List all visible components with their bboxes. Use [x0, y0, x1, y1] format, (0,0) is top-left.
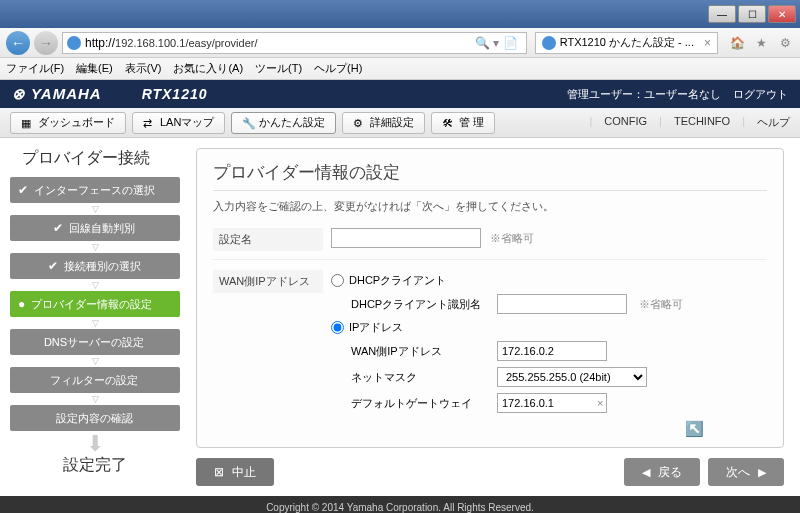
input-wan-ip[interactable]	[497, 341, 607, 361]
window-titlebar: — ☐ ✕	[0, 0, 800, 28]
back-button[interactable]: ←	[6, 31, 30, 55]
hint-optional: ※省略可	[490, 232, 534, 244]
maximize-button[interactable]: ☐	[738, 5, 766, 23]
step-conntype[interactable]: ✔接続種別の選択	[10, 253, 180, 279]
close-button[interactable]: ✕	[768, 5, 796, 23]
link-help[interactable]: ヘルプ	[757, 115, 790, 130]
radio-dhcp[interactable]	[331, 274, 344, 287]
dashboard-icon: ▦	[21, 117, 33, 129]
step-confirm[interactable]: 設定内容の確認	[10, 405, 180, 431]
chevron-down-icon: ▽	[10, 357, 180, 365]
triangle-right-icon: ▶	[758, 466, 766, 479]
step-interface[interactable]: ✔インターフェースの選択	[10, 177, 180, 203]
url-text: 192.168.100.1/easy/provider/	[115, 37, 471, 49]
tool-icon: 🛠	[442, 117, 454, 129]
chevron-down-icon: ▽	[10, 281, 180, 289]
menu-tools[interactable]: ツール(T)	[255, 61, 302, 76]
chevron-down-icon: ▽	[10, 395, 180, 403]
label-wan-ip-addr: WAN側IPアドレス	[351, 344, 491, 359]
input-dhcp-id[interactable]	[497, 294, 627, 314]
arrow-down-icon: ⬇	[10, 435, 180, 453]
globe-icon	[67, 36, 81, 50]
check-icon: ✔	[53, 221, 63, 235]
home-icon[interactable]: 🏠	[728, 34, 746, 52]
clear-icon[interactable]: ×	[597, 397, 603, 409]
app-footer: Copyright © 2014 Yamaha Corporation. All…	[0, 496, 800, 513]
brand-logo: ⊗ YAMAHA	[12, 85, 102, 103]
check-icon: ✔	[48, 259, 58, 273]
label-gateway: デフォルトゲートウェイ	[351, 396, 491, 411]
wrench-icon: 🔧	[242, 117, 254, 129]
step-filter[interactable]: フィルターの設定	[10, 367, 180, 393]
forward-button[interactable]: →	[34, 31, 58, 55]
browser-tab[interactable]: RTX1210 かんたん設定 - ... ×	[535, 32, 718, 54]
panel-heading: プロバイダー情報の設定	[213, 161, 767, 191]
menu-edit[interactable]: 編集(E)	[76, 61, 113, 76]
browser-menubar: ファイル(F) 編集(E) 表示(V) お気に入り(A) ツール(T) ヘルプ(…	[0, 58, 800, 80]
wizard-sidebar: プロバイダー接続 ✔インターフェースの選択 ▽ ✔回線自動判別 ▽ ✔接続種別の…	[0, 138, 190, 496]
select-netmask[interactable]: 255.255.255.0 (24bit)	[497, 367, 647, 387]
back-button-wizard[interactable]: ◀戻る	[624, 458, 700, 486]
tab-easy-setup[interactable]: 🔧かんたん設定	[231, 112, 336, 134]
label-ipaddress-option: IPアドレス	[349, 320, 403, 335]
menu-view[interactable]: 表示(V)	[125, 61, 162, 76]
sidebar-title: プロバイダー接続	[10, 146, 180, 177]
hint-optional: ※省略可	[639, 297, 683, 312]
label-setting-name: 設定名	[213, 228, 323, 251]
tab-detail-setup[interactable]: ⚙詳細設定	[342, 112, 425, 134]
link-config[interactable]: CONFIG	[604, 115, 647, 130]
menu-help[interactable]: ヘルプ(H)	[314, 61, 362, 76]
cancel-button[interactable]: ⊠中止	[196, 458, 274, 486]
input-setting-name[interactable]	[331, 228, 481, 248]
form-panel: プロバイダー情報の設定 入力内容をご確認の上、変更がなければ「次へ」を押してくだ…	[196, 148, 784, 448]
radio-ipaddress[interactable]	[331, 321, 344, 334]
tab-lanmap[interactable]: ⇄LANマップ	[132, 112, 225, 134]
tab-manage[interactable]: 🛠管 理	[431, 112, 495, 134]
link-techinfo[interactable]: TECHINFO	[674, 115, 730, 130]
label-dhcp-id: DHCPクライアント識別名	[351, 297, 491, 312]
panel-note: 入力内容をご確認の上、変更がなければ「次へ」を押してください。	[213, 199, 767, 214]
step-complete-label: 設定完了	[10, 455, 180, 476]
label-netmask: ネットマスク	[351, 370, 491, 385]
search-icon[interactable]: 🔍 ▾ 📄	[471, 36, 522, 50]
step-linecheck[interactable]: ✔回線自動判別	[10, 215, 180, 241]
dot-icon: ●	[18, 297, 25, 311]
gear-icon: ⚙	[353, 117, 365, 129]
next-button[interactable]: 次へ▶	[708, 458, 784, 486]
x-icon: ⊠	[214, 465, 224, 479]
label-wan-ip: WAN側IPアドレス	[213, 270, 323, 293]
model-name: RTX1210	[142, 86, 208, 102]
tab-title: RTX1210 かんたん設定 - ...	[560, 35, 694, 50]
admin-user-label: 管理ユーザー：ユーザー名なし	[567, 87, 721, 102]
chevron-down-icon: ▽	[10, 205, 180, 213]
app-toolbar: ▦ダッシュボード ⇄LANマップ 🔧かんたん設定 ⚙詳細設定 🛠管 理 | CO…	[0, 108, 800, 138]
app-header: ⊗ YAMAHA RTX1210 管理ユーザー：ユーザー名なし ログアウト	[0, 80, 800, 108]
chevron-down-icon: ▽	[10, 243, 180, 251]
tab-dashboard[interactable]: ▦ダッシュボード	[10, 112, 126, 134]
address-bar[interactable]: http://192.168.100.1/easy/provider/ 🔍 ▾ …	[62, 32, 527, 54]
gear-icon[interactable]: ⚙	[776, 34, 794, 52]
minimize-button[interactable]: —	[708, 5, 736, 23]
step-provider-info[interactable]: ●プロバイダー情報の設定	[10, 291, 180, 317]
menu-file[interactable]: ファイル(F)	[6, 61, 64, 76]
check-icon: ✔	[18, 183, 28, 197]
page-icon	[542, 36, 556, 50]
input-gateway[interactable]	[497, 393, 607, 413]
browser-navbar: ← → http://192.168.100.1/easy/provider/ …	[0, 28, 800, 58]
triangle-left-icon: ◀	[642, 466, 650, 479]
logout-link[interactable]: ログアウト	[733, 87, 788, 102]
lanmap-icon: ⇄	[143, 117, 155, 129]
chevron-down-icon: ▽	[10, 319, 180, 327]
step-dns[interactable]: DNSサーバーの設定	[10, 329, 180, 355]
menu-favorites[interactable]: お気に入り(A)	[173, 61, 243, 76]
label-dhcp-client: DHCPクライアント	[349, 273, 446, 288]
favorite-icon[interactable]: ★	[752, 34, 770, 52]
